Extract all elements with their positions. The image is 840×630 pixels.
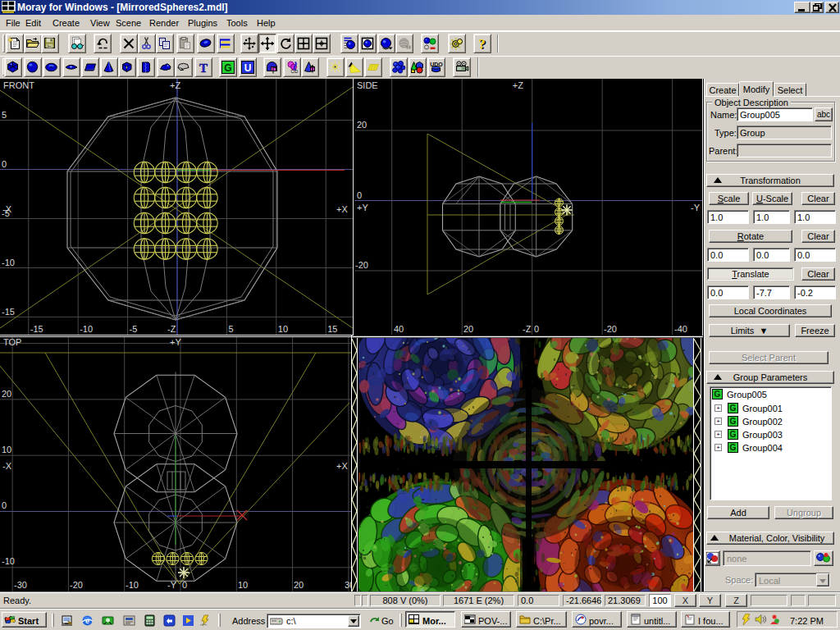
- svg-text:20: 20: [2, 389, 11, 399]
- svg-text:+Z: +Z: [170, 80, 180, 90]
- svg-text:-30: -30: [14, 580, 27, 590]
- svg-text:10: 10: [238, 580, 248, 590]
- svg-text:+Z: +Z: [513, 80, 523, 90]
- svg-text:+X: +X: [336, 461, 348, 471]
- svg-text:-40: -40: [674, 324, 687, 334]
- svg-text:40: 40: [394, 324, 404, 334]
- svg-text:10: 10: [2, 445, 11, 454]
- svg-text:-15: -15: [30, 324, 43, 334]
- svg-text:0: 0: [2, 159, 7, 169]
- svg-text:-20: -20: [70, 580, 83, 590]
- svg-text:G: G: [224, 62, 231, 74]
- svg-text:+Y: +Y: [357, 203, 368, 212]
- svg-text:TOP: TOP: [3, 337, 21, 347]
- svg-text:15: 15: [327, 324, 337, 334]
- svg-text:0: 0: [357, 190, 362, 200]
- svg-text:+X: +X: [336, 204, 348, 214]
- svg-text:-10: -10: [2, 556, 15, 566]
- svg-text:CID: CID: [291, 69, 299, 74]
- svg-text:FRONT: FRONT: [3, 80, 34, 90]
- svg-text:-10: -10: [2, 258, 15, 267]
- svg-text:0: 0: [2, 500, 7, 510]
- svg-text:20: 20: [357, 120, 367, 130]
- svg-text:20: 20: [463, 324, 473, 334]
- svg-text:-Y: -Y: [167, 580, 177, 590]
- svg-text:-Y: -Y: [691, 203, 701, 212]
- svg-text:-5: -5: [130, 324, 138, 334]
- svg-text:?: ?: [478, 37, 486, 51]
- svg-text:0: 0: [182, 580, 187, 590]
- svg-text:5: 5: [2, 110, 7, 120]
- svg-text:U: U: [244, 62, 252, 74]
- svg-text:10: 10: [278, 324, 288, 334]
- svg-text:+Y: +Y: [170, 337, 181, 347]
- svg-text:SIDE: SIDE: [357, 80, 378, 90]
- svg-text:-10: -10: [80, 324, 93, 334]
- svg-text:-15: -15: [2, 307, 15, 317]
- svg-text:-20: -20: [355, 260, 368, 270]
- svg-text:0: 0: [534, 324, 539, 334]
- svg-text:5: 5: [228, 324, 233, 334]
- svg-text:-10: -10: [126, 580, 139, 590]
- svg-text:20: 20: [294, 580, 304, 590]
- svg-text:-Z: -Z: [523, 324, 532, 334]
- svg-text:e: e: [85, 617, 89, 625]
- svg-text:-Z: -Z: [167, 324, 176, 334]
- svg-text:-X: -X: [2, 204, 12, 214]
- svg-text:T: T: [199, 62, 208, 75]
- svg-text:-20: -20: [604, 324, 617, 334]
- svg-text:-X: -X: [2, 461, 12, 471]
